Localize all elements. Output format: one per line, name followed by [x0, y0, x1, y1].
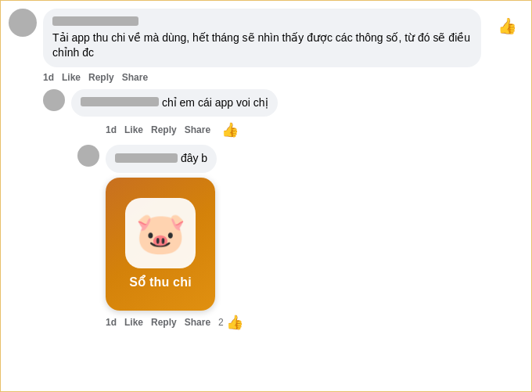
- reply-like-btn-2[interactable]: Like: [124, 317, 143, 328]
- action-row-reply-2: 1d Like Reply Share 2 👍: [106, 314, 523, 331]
- reply-like-btn-1[interactable]: Like: [124, 124, 143, 135]
- like-count-2: 2 👍: [218, 314, 243, 331]
- username-bar: [52, 16, 138, 26]
- app-image-card[interactable]: 🐷 Sổ thu chi: [106, 178, 215, 311]
- thumbs-up-icon-reply-2: 👍: [226, 314, 243, 331]
- reply-content-2: đây b 🐷 Sổ thu chi 1d Like Reply: [77, 145, 523, 336]
- reply-row-1: chỉ em cái app voi chị 1d Like Reply Sha…: [43, 89, 523, 144]
- reply-bubble-1: chỉ em cái app voi chị: [71, 89, 278, 117]
- comment-like-icon-1: 👍: [498, 9, 523, 35]
- reply-share-btn-1[interactable]: Share: [185, 124, 210, 135]
- main-comment-row: Tải app thu chi về mà dùng, hết tháng sẽ…: [9, 9, 523, 88]
- main-comment-content: Tải app thu chi về mà dùng, hết tháng sẽ…: [9, 9, 498, 88]
- action-row-1: 1d Like Reply Share: [43, 72, 498, 83]
- reply-indent-1: chỉ em cái app voi chị 1d Like Reply Sha…: [43, 89, 523, 337]
- share-button-1[interactable]: Share: [122, 72, 148, 83]
- reply-share-btn-2[interactable]: Share: [185, 317, 210, 328]
- reply-content-1: chỉ em cái app voi chị 1d Like Reply Sha…: [43, 89, 523, 144]
- reply-bubble-2: đây b: [106, 145, 217, 173]
- reply-comment-row-2: đây b: [77, 145, 523, 173]
- reply-button-1[interactable]: Reply: [88, 72, 114, 83]
- reply-reply-btn-1[interactable]: Reply: [151, 124, 177, 135]
- reply-reply-btn-2[interactable]: Reply: [151, 317, 177, 328]
- reply-indent-2: đây b 🐷 Sổ thu chi 1d Like Reply: [77, 145, 523, 336]
- comment-row-1: Tải app thu chi về mà dùng, hết tháng sẽ…: [9, 9, 498, 67]
- comment-bubble-1: Tải app thu chi về mà dùng, hết tháng sẽ…: [43, 9, 481, 67]
- app-icon-container: 🐷: [125, 198, 196, 268]
- thumbs-up-icon-reply-1: 👍: [221, 121, 239, 138]
- like-button-1[interactable]: Like: [62, 72, 81, 83]
- reply-row-2: đây b 🐷 Sổ thu chi 1d Like Reply: [77, 145, 523, 336]
- comment-text-1: Tải app thu chi về mà dùng, hết tháng sẽ…: [52, 31, 472, 61]
- comment-section: Tải app thu chi về mà dùng, hết tháng sẽ…: [9, 9, 523, 337]
- avatar: [9, 9, 37, 37]
- app-label: Sổ thu chi: [129, 275, 192, 290]
- piggy-icon: 🐷: [135, 210, 186, 257]
- comment-time-1: 1d: [43, 72, 54, 83]
- action-row-reply-1: 1d Like Reply Share 👍: [106, 121, 523, 138]
- reply-text-2: đây b: [181, 152, 207, 164]
- reply-comment-row-1: chỉ em cái app voi chị: [43, 89, 523, 117]
- reply-time-1: 1d: [106, 124, 117, 135]
- like-count-number: 2: [218, 317, 224, 328]
- reply-username-bar-2: [115, 153, 178, 163]
- reply-text-1: chỉ em cái app voi chị: [162, 96, 268, 109]
- thumbs-up-icon-1: 👍: [498, 17, 517, 34]
- reply-avatar-1: [43, 89, 65, 111]
- reply-avatar-2: [77, 145, 99, 167]
- reply-username-bar-1: [81, 97, 159, 106]
- reply-time-2: 1d: [106, 317, 117, 328]
